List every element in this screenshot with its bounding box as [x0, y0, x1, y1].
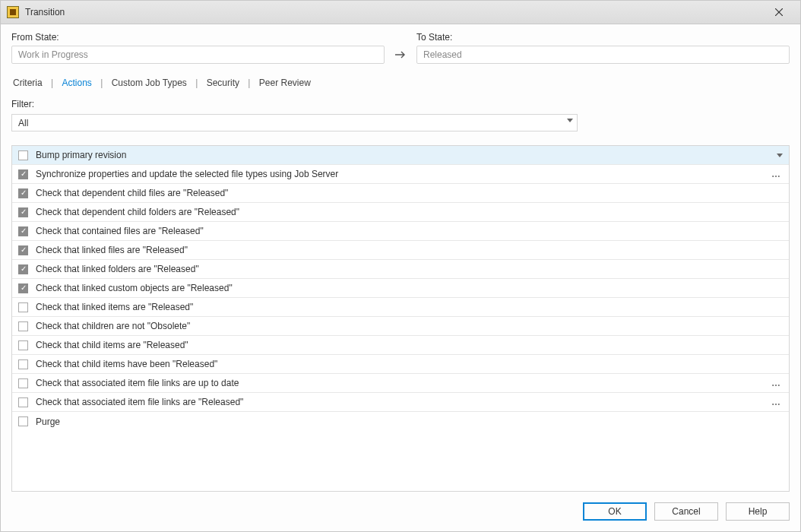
- action-checkbox[interactable]: [18, 340, 28, 350]
- tabs: Criteria | Actions | Custom Job Types | …: [11, 78, 790, 88]
- filter-combo[interactable]: [11, 114, 578, 131]
- filter-input[interactable]: [11, 114, 578, 131]
- state-row: From State: To State:: [11, 32, 790, 64]
- action-row[interactable]: Check that contained files are "Released…: [12, 222, 789, 241]
- action-checkbox[interactable]: [18, 245, 28, 255]
- action-label: Check that linked folders are "Released": [36, 264, 783, 274]
- action-checkbox[interactable]: [18, 283, 28, 293]
- row-options-icon[interactable]: …: [770, 169, 783, 179]
- action-row[interactable]: Synchronize properties and update the se…: [12, 165, 789, 184]
- action-row[interactable]: Check that child items have been "Releas…: [12, 355, 789, 374]
- action-label: Check that linked items are "Released": [36, 302, 783, 312]
- from-state-label: From State:: [11, 32, 385, 43]
- action-label: Check that associated item file links ar…: [36, 397, 762, 407]
- actions-list[interactable]: Bump primary revisionSynchronize propert…: [11, 145, 790, 492]
- action-row[interactable]: Check that dependent child files are "Re…: [12, 184, 789, 203]
- action-row[interactable]: Check that dependent child folders are "…: [12, 203, 789, 222]
- action-checkbox[interactable]: [18, 397, 28, 407]
- row-options-icon[interactable]: …: [770, 378, 783, 388]
- action-checkbox[interactable]: [18, 226, 28, 236]
- action-label: Check that dependent child files are "Re…: [36, 188, 783, 198]
- action-label: Purge: [36, 416, 783, 427]
- close-icon: [775, 8, 783, 16]
- ok-button[interactable]: OK: [583, 502, 647, 521]
- action-row[interactable]: Check that linked items are "Released": [12, 298, 789, 317]
- action-row[interactable]: Check that associated item file links ar…: [12, 374, 789, 393]
- action-label: Check that child items have been "Releas…: [36, 359, 783, 369]
- to-state-input[interactable]: [416, 46, 790, 64]
- action-row[interactable]: Check that child items are "Released": [12, 336, 789, 355]
- action-label: Bump primary revision: [36, 150, 763, 160]
- action-row[interactable]: Check that linked custom objects are "Re…: [12, 279, 789, 298]
- row-options-icon[interactable]: …: [770, 397, 783, 407]
- action-row[interactable]: Check that linked files are "Released": [12, 241, 789, 260]
- action-label: Check that associated item file links ar…: [36, 378, 762, 388]
- from-state-group: From State:: [11, 32, 385, 64]
- to-state-label: To State:: [416, 32, 790, 43]
- chevron-down-icon[interactable]: [777, 154, 783, 157]
- action-checkbox[interactable]: [18, 321, 28, 331]
- action-checkbox[interactable]: [18, 207, 28, 217]
- filter-group: Filter:: [11, 99, 790, 131]
- help-button[interactable]: Help: [726, 502, 790, 521]
- dialog-content: From State: To State: Criteria | Actions…: [1, 24, 800, 531]
- chevron-down-icon: [567, 119, 573, 122]
- action-checkbox[interactable]: [18, 416, 28, 426]
- tab-custom-job-types[interactable]: Custom Job Types: [110, 78, 188, 88]
- tab-security[interactable]: Security: [205, 78, 241, 88]
- action-row[interactable]: Check that associated item file links ar…: [12, 393, 789, 412]
- action-label: Check that dependent child folders are "…: [36, 207, 783, 217]
- tab-actions[interactable]: Actions: [60, 78, 93, 88]
- button-bar: OK Cancel Help: [11, 502, 790, 521]
- tab-criteria[interactable]: Criteria: [11, 78, 44, 88]
- action-row[interactable]: Bump primary revision: [12, 146, 789, 165]
- window-title: Transition: [25, 7, 65, 17]
- app-icon: [7, 6, 19, 18]
- to-state-group: To State:: [416, 32, 790, 64]
- action-checkbox[interactable]: [18, 302, 28, 312]
- action-label: Check that linked files are "Released": [36, 245, 783, 255]
- action-row[interactable]: Check that children are not "Obsolete": [12, 317, 789, 336]
- titlebar: Transition: [1, 1, 800, 24]
- action-label: Check that child items are "Released": [36, 340, 783, 350]
- action-checkbox[interactable]: [18, 378, 28, 388]
- action-row[interactable]: Check that linked folders are "Released": [12, 260, 789, 279]
- action-checkbox[interactable]: [18, 169, 28, 179]
- action-row[interactable]: Purge: [12, 412, 789, 431]
- action-checkbox[interactable]: [18, 264, 28, 274]
- cancel-button[interactable]: Cancel: [654, 502, 718, 521]
- transition-dialog: Transition From State: To State:: [0, 0, 801, 532]
- action-label: Synchronize properties and update the se…: [36, 169, 762, 179]
- tab-peer-review[interactable]: Peer Review: [258, 78, 312, 88]
- action-label: Check that linked custom objects are "Re…: [36, 283, 783, 293]
- action-label: Check that contained files are "Released…: [36, 226, 783, 236]
- from-state-input[interactable]: [11, 46, 385, 64]
- action-checkbox[interactable]: [18, 188, 28, 198]
- action-checkbox[interactable]: [18, 150, 28, 160]
- action-checkbox[interactable]: [18, 359, 28, 369]
- action-label: Check that children are not "Obsolete": [36, 321, 783, 331]
- transition-arrow-icon: [392, 46, 409, 64]
- filter-label: Filter:: [11, 99, 790, 109]
- close-button[interactable]: [764, 2, 794, 23]
